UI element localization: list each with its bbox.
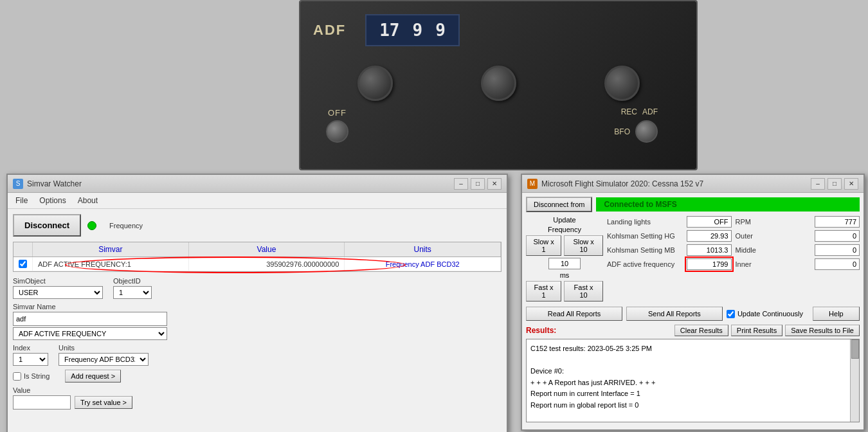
- col-header-value: Value: [189, 242, 345, 256]
- msfs-titlebar: M Microsoft Flight Simulator 2020: Cessn…: [522, 175, 863, 193]
- simvar-title: Simvar Watcher: [27, 179, 82, 188]
- kohlsman-hg-value[interactable]: [687, 230, 732, 242]
- outer-value[interactable]: [815, 230, 860, 242]
- msfs-title: Microsoft Flight Simulator 2020: Cessna …: [541, 179, 703, 188]
- simvar-table: Simvar Value Units ADF ACTIVE FREQUENCY:…: [13, 242, 502, 272]
- index-select[interactable]: 1: [13, 353, 48, 366]
- simvar-close-btn[interactable]: ✕: [487, 178, 502, 190]
- simvar-window: S Simvar Watcher – □ ✕ File Options Abou…: [6, 174, 508, 432]
- ms-label: ms: [560, 271, 570, 279]
- units-label: Units: [59, 344, 149, 352]
- col-header-checkbox: [14, 242, 33, 256]
- middle-label: Middle: [736, 246, 813, 254]
- results-container: C152 test results: 2023-05-25 3:25 PM De…: [526, 339, 860, 422]
- scrollbar[interactable]: [850, 339, 859, 422]
- slow-x10-btn[interactable]: Slow x 10: [564, 235, 603, 256]
- slow-x1-btn[interactable]: Slow x 1: [526, 235, 561, 256]
- msfs-maximize-btn[interactable]: □: [827, 178, 842, 190]
- col-header-simvar: Simvar: [33, 242, 189, 256]
- adf-knob-left[interactable]: [357, 66, 393, 101]
- objectid-label: ObjectID: [113, 277, 152, 285]
- simvar-titlebar: S Simvar Watcher – □ ✕: [8, 175, 507, 193]
- save-results-btn[interactable]: Save Results to File: [785, 325, 860, 336]
- off-knob[interactable]: [326, 120, 348, 143]
- msfs-app-icon: M: [527, 179, 538, 189]
- adf-knob-right[interactable]: [604, 66, 640, 101]
- simvar-name-input[interactable]: [13, 312, 167, 326]
- value-input[interactable]: [13, 395, 71, 410]
- kohlsman-hg-label: Kohlsman Setting HG: [607, 232, 684, 240]
- menu-about[interactable]: About: [73, 194, 103, 207]
- row-checkbox[interactable]: [14, 257, 33, 271]
- update-section: Update Frequency Slow x 1 Slow x 10 10 m…: [526, 216, 603, 302]
- adf-knobs-row: [313, 66, 683, 101]
- status-dot: [87, 221, 96, 230]
- fast-x1-btn[interactable]: Fast x 1: [526, 281, 561, 302]
- col-header-units: Units: [345, 242, 501, 256]
- send-all-reports-btn[interactable]: Send All Reports: [626, 307, 723, 321]
- landing-lights-value[interactable]: [687, 216, 732, 228]
- simvar-maximize-btn[interactable]: □: [471, 178, 485, 190]
- scroll-thumb[interactable]: [851, 339, 859, 359]
- add-request-button[interactable]: Add request >: [65, 370, 121, 382]
- kohlsman-mb-label: Kohlsman Setting MB: [607, 246, 684, 254]
- read-all-reports-btn[interactable]: Read All Reports: [526, 307, 622, 321]
- middle-value[interactable]: [815, 244, 860, 256]
- simvar-menu-bar: File Options About: [8, 193, 507, 209]
- msfs-minimize-btn[interactable]: –: [811, 178, 825, 190]
- fast-x10-btn[interactable]: Fast x 10: [564, 281, 603, 302]
- rpm-value[interactable]: [815, 216, 860, 228]
- menu-options[interactable]: Options: [34, 194, 71, 207]
- row-value: 395902976.000000000: [189, 257, 345, 271]
- simvar-minimize-btn[interactable]: –: [454, 178, 468, 190]
- inner-label: Inner: [736, 260, 813, 268]
- simvar-dropdown[interactable]: ADF ACTIVE FREQUENCY: [13, 327, 167, 340]
- help-btn[interactable]: Help: [813, 307, 860, 321]
- table-row: ADF ACTIVE FREQUENCY:1 395902976.0000000…: [14, 257, 501, 271]
- landing-lights-label: Landing lights: [607, 218, 684, 226]
- results-text: C152 test results: 2023-05-25 3:25 PM De…: [527, 339, 850, 422]
- msfs-buttons-row: Read All Reports Send All Reports Update…: [526, 307, 860, 321]
- update-continuously-checkbox[interactable]: [727, 310, 735, 318]
- bfo-knob[interactable]: [635, 120, 658, 143]
- inner-value[interactable]: [815, 258, 860, 270]
- units-dropdown[interactable]: Frequency ADF BCD32: [59, 353, 149, 366]
- adf-digit-2: 9: [413, 21, 423, 40]
- off-label: OFF: [328, 108, 347, 118]
- objectid-select[interactable]: 1: [113, 286, 152, 299]
- adf-display: 17 9 9: [365, 14, 460, 46]
- row-simvar-name: ADF ACTIVE FREQUENCY:1: [33, 257, 189, 271]
- outer-label: Outer: [736, 232, 813, 240]
- is-string-checkbox[interactable]: [13, 372, 21, 381]
- update-label: Update: [553, 216, 575, 224]
- frequency-label: Frequency: [109, 222, 143, 230]
- adf-label: ADF: [313, 22, 346, 39]
- bfo-label: BFO: [614, 127, 630, 136]
- rpm-label: RPM: [736, 218, 813, 226]
- adf-knob-middle[interactable]: [481, 66, 516, 101]
- adf-freq-label: ADF active frequency: [607, 260, 684, 268]
- msfs-window: M Microsoft Flight Simulator 2020: Cessn…: [521, 174, 865, 431]
- row-units: Frequency ADF BCD32: [345, 257, 501, 271]
- try-set-value-button[interactable]: Try set value >: [75, 396, 132, 409]
- simvar-name-label: Simvar Name: [13, 303, 255, 310]
- is-string-label: Is String: [24, 372, 50, 380]
- msfs-close-btn[interactable]: ✕: [844, 178, 858, 190]
- results-label: Results:: [526, 326, 556, 335]
- adf-label-bottom: ADF: [642, 107, 658, 116]
- simobject-select[interactable]: USER: [13, 286, 103, 299]
- kohlsman-mb-value[interactable]: [687, 244, 732, 256]
- rec-label: REC: [621, 107, 637, 116]
- simobject-label: SimObject: [13, 277, 103, 285]
- menu-file[interactable]: File: [10, 194, 33, 207]
- clear-results-btn[interactable]: Clear Results: [674, 325, 728, 336]
- update-continuously-label: Update Continuously: [737, 310, 803, 318]
- disconnect-button[interactable]: Disconnect: [13, 214, 81, 237]
- adf-freq-value[interactable]: [687, 258, 732, 270]
- results-section: Results: Clear Results Print Results Sav…: [526, 325, 860, 422]
- disconnect-from-button[interactable]: Disconnect from: [526, 197, 592, 212]
- value-label: Value: [13, 386, 255, 394]
- adf-digit-1: 17: [379, 21, 399, 40]
- frequency-label: Frequency: [548, 226, 581, 233]
- print-results-btn[interactable]: Print Results: [731, 325, 782, 336]
